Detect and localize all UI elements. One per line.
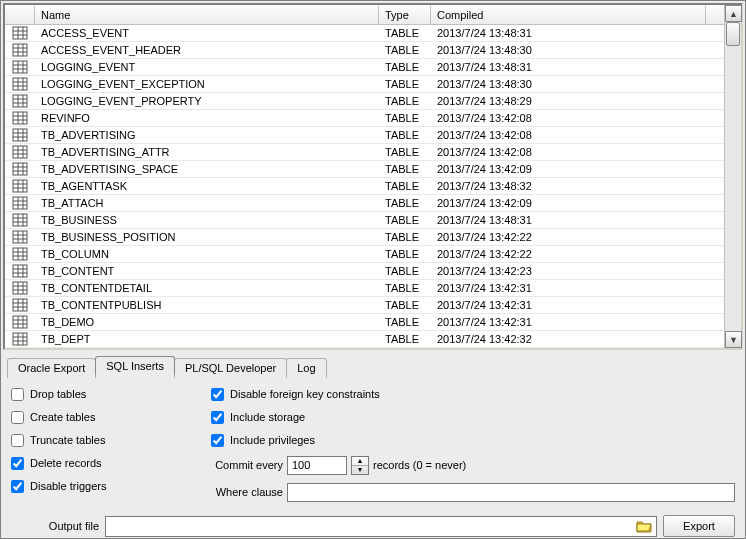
browse-folder-button[interactable] <box>633 517 655 536</box>
label-commit-suffix: records (0 = never) <box>373 459 466 471</box>
scroll-thumb[interactable] <box>726 22 740 46</box>
checkbox-drop-tables[interactable] <box>11 388 24 401</box>
table-row[interactable]: TB_AGENTTASKTABLE2013/7/24 13:48:32 <box>5 178 724 195</box>
svg-rect-60 <box>13 231 27 243</box>
checkbox-disable-fk[interactable] <box>211 388 224 401</box>
table-icon <box>5 43 35 57</box>
table-icon <box>5 77 35 91</box>
svg-rect-55 <box>13 214 27 226</box>
column-header-compiled[interactable]: Compiled <box>431 5 706 24</box>
label-commit-every: Commit every <box>211 459 283 471</box>
table-icon <box>5 298 35 312</box>
label-drop-tables: Drop tables <box>30 388 86 400</box>
table-icon <box>5 213 35 227</box>
table-row[interactable]: LOGGING_EVENT_PROPERTYTABLE2013/7/24 13:… <box>5 93 724 110</box>
cell-type: TABLE <box>379 128 431 142</box>
cell-compiled: 2013/7/24 13:42:09 <box>431 162 724 176</box>
table-row[interactable]: TB_DEMOTABLE2013/7/24 13:42:31 <box>5 314 724 331</box>
tab-log[interactable]: Log <box>286 358 326 378</box>
label-include-storage: Include storage <box>230 411 305 423</box>
checkbox-include-storage[interactable] <box>211 411 224 424</box>
column-header-type[interactable]: Type <box>379 5 431 24</box>
tab-plsql-developer[interactable]: PL/SQL Developer <box>174 358 287 378</box>
input-output-file[interactable] <box>106 520 633 532</box>
table-row[interactable]: ACCESS_EVENTTABLE2013/7/24 13:48:31 <box>5 25 724 42</box>
checkbox-truncate-tables[interactable] <box>11 434 24 447</box>
input-where-clause[interactable] <box>287 483 735 502</box>
cell-name: TB_ADVERTISING_SPACE <box>35 162 379 176</box>
table-row[interactable]: TB_BUSINESSTABLE2013/7/24 13:48:31 <box>5 212 724 229</box>
label-disable-triggers: Disable triggers <box>30 480 106 492</box>
table-icon <box>5 179 35 193</box>
svg-rect-25 <box>13 112 27 124</box>
cell-compiled: 2013/7/24 13:48:31 <box>431 213 724 227</box>
scroll-up-button[interactable]: ▲ <box>725 5 742 22</box>
checkbox-disable-triggers[interactable] <box>11 480 24 493</box>
table-icon <box>5 332 35 346</box>
cell-name: LOGGING_EVENT_PROPERTY <box>35 94 379 108</box>
table-icon <box>5 281 35 295</box>
cell-compiled: 2013/7/24 13:48:32 <box>431 179 724 193</box>
checkbox-create-tables[interactable] <box>11 411 24 424</box>
cell-name: LOGGING_EVENT <box>35 60 379 74</box>
table-row[interactable]: TB_ATTACHTABLE2013/7/24 13:42:09 <box>5 195 724 212</box>
label-delete-records: Delete records <box>30 457 102 469</box>
export-button[interactable]: Export <box>663 515 735 537</box>
table-row[interactable]: ACCESS_EVENT_HEADERTABLE2013/7/24 13:48:… <box>5 42 724 59</box>
cell-name: TB_CONTENT <box>35 264 379 278</box>
cell-type: TABLE <box>379 230 431 244</box>
cell-type: TABLE <box>379 315 431 329</box>
tab-oracle-export[interactable]: Oracle Export <box>7 358 96 378</box>
cell-compiled: 2013/7/24 13:48:31 <box>431 60 724 74</box>
cell-name: TB_CONTENTPUBLISH <box>35 298 379 312</box>
scroll-down-button[interactable]: ▼ <box>725 331 742 348</box>
column-header-icon[interactable] <box>5 5 35 24</box>
cell-name: LOGGING_EVENT_EXCEPTION <box>35 77 379 91</box>
svg-rect-85 <box>13 316 27 328</box>
svg-rect-50 <box>13 197 27 209</box>
table-row[interactable]: TB_CONTENTTABLE2013/7/24 13:42:23 <box>5 263 724 280</box>
cell-type: TABLE <box>379 298 431 312</box>
cell-compiled: 2013/7/24 13:42:08 <box>431 111 724 125</box>
spinner-commit[interactable]: ▲▼ <box>351 456 369 475</box>
input-commit-every[interactable] <box>287 456 347 475</box>
cell-type: TABLE <box>379 94 431 108</box>
table-row[interactable]: TB_COLUMNTABLE2013/7/24 13:42:22 <box>5 246 724 263</box>
column-header-spacer <box>706 5 724 24</box>
table-row[interactable]: LOGGING_EVENT_EXCEPTIONTABLE2013/7/24 13… <box>5 76 724 93</box>
checkbox-include-privileges[interactable] <box>211 434 224 447</box>
cell-compiled: 2013/7/24 13:42:22 <box>431 230 724 244</box>
column-header-name[interactable]: Name <box>35 5 379 24</box>
cell-compiled: 2013/7/24 13:48:29 <box>431 94 724 108</box>
table-row[interactable]: REVINFOTABLE2013/7/24 13:42:08 <box>5 110 724 127</box>
cell-name: TB_DEMO <box>35 315 379 329</box>
table-row[interactable]: TB_ADVERTISING_ATTRTABLE2013/7/24 13:42:… <box>5 144 724 161</box>
table-row[interactable]: TB_ADVERTISING_SPACETABLE2013/7/24 13:42… <box>5 161 724 178</box>
table-icon <box>5 111 35 125</box>
checkbox-delete-records[interactable] <box>11 457 24 470</box>
table-icon <box>5 230 35 244</box>
cell-name: TB_BUSINESS <box>35 213 379 227</box>
cell-compiled: 2013/7/24 13:42:32 <box>431 332 724 346</box>
tab-sql-inserts[interactable]: SQL Inserts <box>95 356 175 376</box>
table-icon <box>5 196 35 210</box>
table-icon <box>5 264 35 278</box>
vertical-scrollbar[interactable]: ▲ ▼ <box>724 5 741 348</box>
table-icon <box>5 94 35 108</box>
svg-rect-10 <box>13 61 27 73</box>
table-row[interactable]: TB_CONTENTDETAILTABLE2013/7/24 13:42:31 <box>5 280 724 297</box>
svg-rect-45 <box>13 180 27 192</box>
table-row[interactable]: LOGGING_EVENTTABLE2013/7/24 13:48:31 <box>5 59 724 76</box>
cell-compiled: 2013/7/24 13:42:08 <box>431 145 724 159</box>
label-include-privileges: Include privileges <box>230 434 315 446</box>
table-icon <box>5 145 35 159</box>
table-row[interactable]: TB_DEPTTABLE2013/7/24 13:42:32 <box>5 331 724 348</box>
table-row[interactable]: TB_CONTENTPUBLISHTABLE2013/7/24 13:42:31 <box>5 297 724 314</box>
cell-type: TABLE <box>379 145 431 159</box>
cell-name: TB_DEPT <box>35 332 379 346</box>
table-row[interactable]: TB_BUSINESS_POSITIONTABLE2013/7/24 13:42… <box>5 229 724 246</box>
svg-rect-35 <box>13 146 27 158</box>
table-row[interactable]: TB_ADVERTISINGTABLE2013/7/24 13:42:08 <box>5 127 724 144</box>
label-where-clause: Where clause <box>211 486 283 498</box>
cell-name: ACCESS_EVENT <box>35 26 379 40</box>
